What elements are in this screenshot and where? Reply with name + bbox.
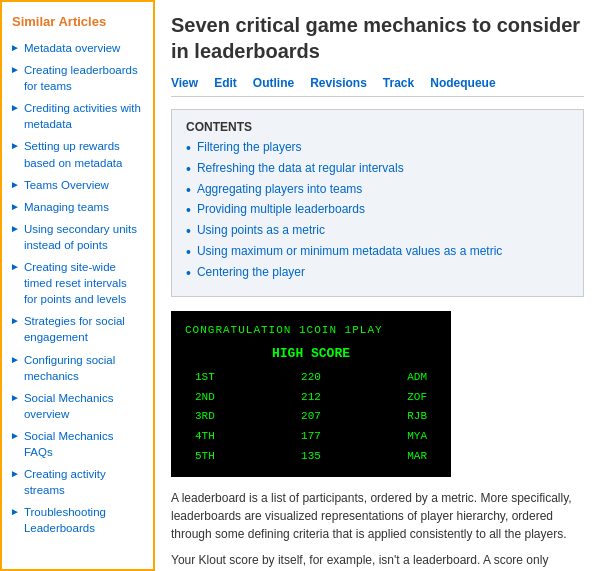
sidebar-item-label: Teams Overview [24,177,109,193]
sidebar-item-label: Creating site-wide timed reset intervals… [24,259,143,307]
sidebar-item-label: Creating leaderboards for teams [24,62,143,94]
sidebar-arrow-icon: ► [10,429,20,443]
tab-revisions[interactable]: Revisions [310,74,367,92]
contents-item-4[interactable]: •Using points as a metric [186,223,569,240]
contents-bullet-icon: • [186,140,191,157]
rank: 5TH [195,447,215,467]
tab-bar: ViewEditOutlineRevisionsTrackNodequeue [171,74,584,97]
sidebar-arrow-icon: ► [10,178,20,192]
sidebar-arrow-icon: ► [10,41,20,55]
contents-bullet-icon: • [186,161,191,178]
article-paragraph-1: A leaderboard is a list of participants,… [171,489,584,543]
contents-item-label: Centering the player [197,265,305,279]
tab-nodequeue[interactable]: Nodequeue [430,74,495,92]
tab-edit[interactable]: Edit [214,74,237,92]
sidebar-arrow-icon: ► [10,101,20,115]
main-content: Seven critical game mechanics to conside… [155,0,600,571]
score: 135 [301,447,321,467]
sidebar-item-6[interactable]: ►Using secondary units instead of points [2,218,153,256]
sidebar-item-label: Social Mechanics overview [24,390,143,422]
contents-item-6[interactable]: •Centering the player [186,265,569,282]
sidebar-item-label: Metadata overview [24,40,121,56]
contents-bullet-icon: • [186,182,191,199]
contents-item-2[interactable]: •Aggregating players into teams [186,182,569,199]
sidebar-arrow-icon: ► [10,260,20,274]
contents-item-3[interactable]: •Providing multiple leaderboards [186,202,569,219]
score: 212 [301,388,321,408]
sidebar: Similar Articles ►Metadata overview►Crea… [0,0,155,571]
game-score-row-1: 2ND212ZOF [185,388,437,408]
contents-item-1[interactable]: •Refreshing the data at regular interval… [186,161,569,178]
contents-item-label: Aggregating players into teams [197,182,362,196]
player-name: ADM [407,368,427,388]
sidebar-item-8[interactable]: ►Strategies for social engagement [2,310,153,348]
contents-bullet-icon: • [186,265,191,282]
contents-item-label: Refreshing the data at regular intervals [197,161,404,175]
sidebar-item-1[interactable]: ►Creating leaderboards for teams [2,59,153,97]
contents-item-label: Providing multiple leaderboards [197,202,365,216]
sidebar-arrow-icon: ► [10,467,20,481]
sidebar-item-label: Using secondary units instead of points [24,221,143,253]
sidebar-item-label: Social Mechanics FAQs [24,428,143,460]
tab-track[interactable]: Track [383,74,414,92]
sidebar-arrow-icon: ► [10,314,20,328]
sidebar-arrow-icon: ► [10,139,20,153]
player-name: RJB [407,407,427,427]
sidebar-arrow-icon: ► [10,353,20,367]
sidebar-title: Similar Articles [2,10,153,37]
game-score-row-2: 3RD207RJB [185,407,437,427]
sidebar-item-10[interactable]: ►Social Mechanics overview [2,387,153,425]
score: 207 [301,407,321,427]
sidebar-item-0[interactable]: ►Metadata overview [2,37,153,59]
contents-title: CONTENTS [186,120,569,134]
game-display: CONGRATULATION 1COIN 1PLAY HIGH SCORE 1S… [171,311,451,477]
game-score-row-4: 5TH135MAR [185,447,437,467]
sidebar-item-label: Setting up rewards based on metadata [24,138,143,170]
contents-bullet-icon: • [186,244,191,261]
sidebar-item-label: Strategies for social engagement [24,313,143,345]
game-score-row-0: 1ST220ADM [185,368,437,388]
sidebar-arrow-icon: ► [10,505,20,519]
sidebar-item-9[interactable]: ►Configuring social mechanics [2,349,153,387]
sidebar-arrow-icon: ► [10,63,20,77]
sidebar-item-13[interactable]: ►Troubleshooting Leaderboards [2,501,153,539]
sidebar-item-label: Crediting activities with metadata [24,100,143,132]
sidebar-arrow-icon: ► [10,391,20,405]
score: 220 [301,368,321,388]
rank: 4TH [195,427,215,447]
contents-bullet-icon: • [186,223,191,240]
contents-item-5[interactable]: •Using maximum or minimum metadata value… [186,244,569,261]
sidebar-item-label: Creating activity streams [24,466,143,498]
sidebar-item-12[interactable]: ►Creating activity streams [2,463,153,501]
contents-box: CONTENTS •Filtering the players•Refreshi… [171,109,584,297]
score: 177 [301,427,321,447]
player-name: ZOF [407,388,427,408]
game-high-score-label: HIGH SCORE [185,342,437,365]
sidebar-item-11[interactable]: ►Social Mechanics FAQs [2,425,153,463]
contents-item-label: Using maximum or minimum metadata values… [197,244,502,258]
contents-item-label: Filtering the players [197,140,302,154]
tab-view[interactable]: View [171,74,198,92]
sidebar-item-4[interactable]: ►Teams Overview [2,174,153,196]
player-name: MAR [407,447,427,467]
contents-bullet-icon: • [186,202,191,219]
game-score-row-3: 4TH177MYA [185,427,437,447]
rank: 2ND [195,388,215,408]
contents-item-0[interactable]: •Filtering the players [186,140,569,157]
page-title: Seven critical game mechanics to conside… [171,12,584,64]
sidebar-item-7[interactable]: ►Creating site-wide timed reset interval… [2,256,153,310]
sidebar-item-3[interactable]: ►Setting up rewards based on metadata [2,135,153,173]
sidebar-item-label: Managing teams [24,199,109,215]
sidebar-arrow-icon: ► [10,222,20,236]
sidebar-item-2[interactable]: ►Crediting activities with metadata [2,97,153,135]
rank: 3RD [195,407,215,427]
article-paragraph-2: Your Klout score by itself, for example,… [171,551,584,571]
contents-item-label: Using points as a metric [197,223,325,237]
tab-outline[interactable]: Outline [253,74,294,92]
player-name: MYA [407,427,427,447]
sidebar-item-label: Configuring social mechanics [24,352,143,384]
sidebar-item-5[interactable]: ►Managing teams [2,196,153,218]
sidebar-item-label: Troubleshooting Leaderboards [24,504,143,536]
sidebar-arrow-icon: ► [10,200,20,214]
rank: 1ST [195,368,215,388]
